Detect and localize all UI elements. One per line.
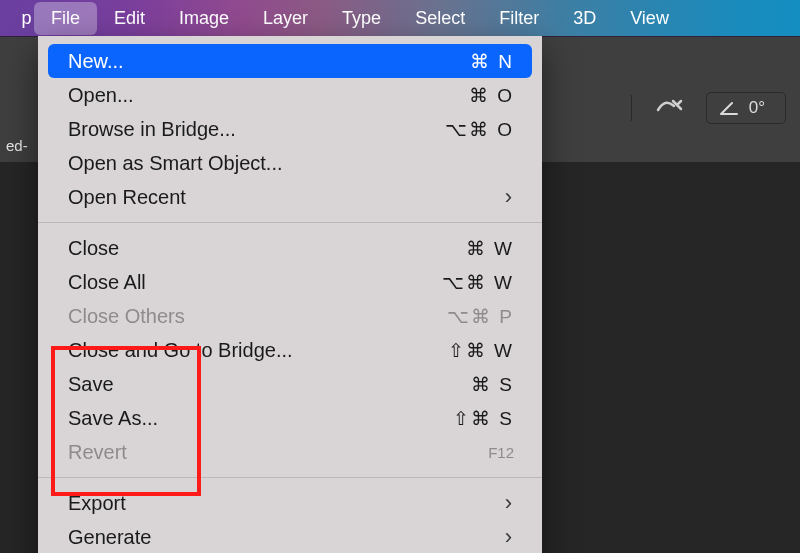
menubar-item-image[interactable]: Image — [162, 2, 246, 35]
menu-item-save-as[interactable]: Save As... ⇧⌘ S — [38, 401, 542, 435]
menubar-item-filter[interactable]: Filter — [482, 2, 556, 35]
menu-item-label: Generate — [68, 526, 151, 549]
menu-item-label: Export — [68, 492, 126, 515]
document-tab-fragment[interactable]: ed- — [0, 130, 36, 161]
chevron-right-icon: › — [505, 524, 514, 550]
options-separator — [631, 95, 632, 121]
menu-item-label: New... — [68, 50, 124, 73]
menu-item-save[interactable]: Save ⌘ S — [38, 367, 542, 401]
menubar-item-type[interactable]: Type — [325, 2, 398, 35]
menu-item-revert: Revert F12 — [38, 435, 542, 469]
menu-item-shortcut: ⌘ O — [469, 84, 514, 107]
menu-item-open-recent[interactable]: Open Recent › — [38, 180, 542, 214]
menu-item-open-smart[interactable]: Open as Smart Object... — [38, 146, 542, 180]
rotation-angle-value: 0° — [749, 98, 765, 118]
menu-item-shortcut: ⌘ W — [466, 237, 514, 260]
menu-item-label: Close All — [68, 271, 146, 294]
menu-item-close-all[interactable]: Close All ⌥⌘ W — [38, 265, 542, 299]
file-menu-dropdown: New... ⌘ N Open... ⌘ O Browse in Bridge.… — [38, 36, 542, 553]
menu-item-shortcut: ⌘ N — [470, 50, 514, 73]
menu-item-export[interactable]: Export › — [38, 486, 542, 520]
menubar-item-select[interactable]: Select — [398, 2, 482, 35]
menu-item-shortcut: ⌥⌘ P — [447, 305, 514, 328]
menu-item-shortcut: ⇧⌘ W — [448, 339, 514, 362]
menubar: p File Edit Image Layer Type Select Filt… — [0, 0, 800, 36]
menu-item-close[interactable]: Close ⌘ W — [38, 231, 542, 265]
menu-item-shortcut: ⇧⌘ S — [453, 407, 514, 430]
menu-item-browse-bridge[interactable]: Browse in Bridge... ⌥⌘ O — [38, 112, 542, 146]
menu-item-shortcut: ⌥⌘ O — [445, 118, 514, 141]
menu-item-shortcut: ⌘ S — [471, 373, 514, 396]
sample-tool-icon[interactable] — [654, 93, 684, 123]
menu-item-label: Save As... — [68, 407, 158, 430]
menu-item-new[interactable]: New... ⌘ N — [48, 44, 532, 78]
menu-item-label: Close — [68, 237, 119, 260]
menu-item-shortcut: F12 — [488, 444, 514, 461]
menu-separator — [38, 477, 542, 478]
angle-icon — [719, 100, 739, 116]
menu-item-label: Revert — [68, 441, 127, 464]
menu-item-label: Open as Smart Object... — [68, 152, 283, 175]
menu-separator — [38, 222, 542, 223]
menu-item-close-others: Close Others ⌥⌘ P — [38, 299, 542, 333]
menu-item-label: Open Recent — [68, 186, 186, 209]
menubar-item-layer[interactable]: Layer — [246, 2, 325, 35]
menu-item-label: Close Others — [68, 305, 185, 328]
menu-item-label: Browse in Bridge... — [68, 118, 236, 141]
menu-item-generate[interactable]: Generate › — [38, 520, 542, 553]
rotation-angle-field[interactable]: 0° — [706, 92, 786, 124]
chevron-right-icon: › — [505, 490, 514, 516]
menu-item-label: Save — [68, 373, 114, 396]
menu-item-shortcut: ⌥⌘ W — [442, 271, 514, 294]
menu-item-label: Open... — [68, 84, 134, 107]
menubar-item-3d[interactable]: 3D — [556, 2, 613, 35]
menu-item-close-bridge[interactable]: Close and Go to Bridge... ⇧⌘ W — [38, 333, 542, 367]
menu-item-label: Close and Go to Bridge... — [68, 339, 293, 362]
menubar-item-file[interactable]: File — [34, 2, 97, 35]
app-name-fragment: p — [0, 8, 34, 29]
chevron-right-icon: › — [505, 184, 514, 210]
menubar-item-edit[interactable]: Edit — [97, 2, 162, 35]
menu-item-open[interactable]: Open... ⌘ O — [38, 78, 542, 112]
menubar-item-view[interactable]: View — [613, 2, 686, 35]
document-tab-strip: ed- — [0, 128, 36, 162]
